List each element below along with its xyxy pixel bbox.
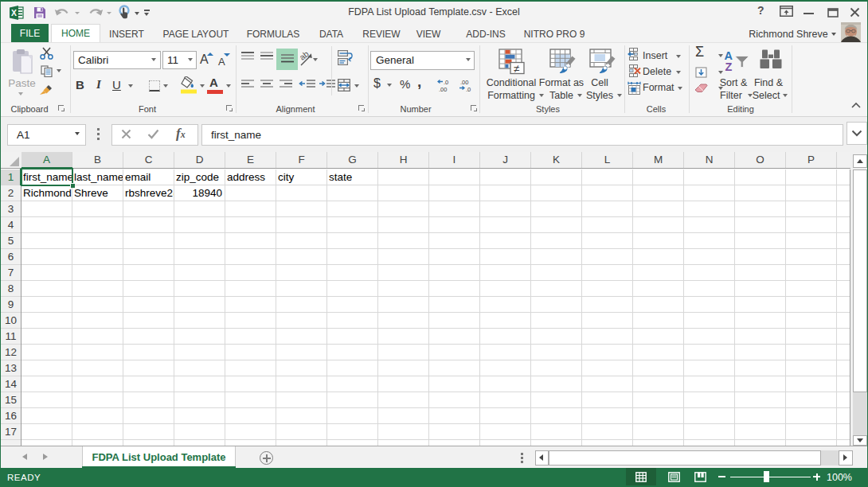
svg-text:ab: ab [299,49,311,62]
svg-text:.0: .0 [466,86,471,93]
svg-text:.00: .00 [439,86,447,93]
svg-text:X: X [11,8,17,18]
svg-text:Z: Z [725,60,733,72]
svg-text:≠: ≠ [514,63,519,75]
